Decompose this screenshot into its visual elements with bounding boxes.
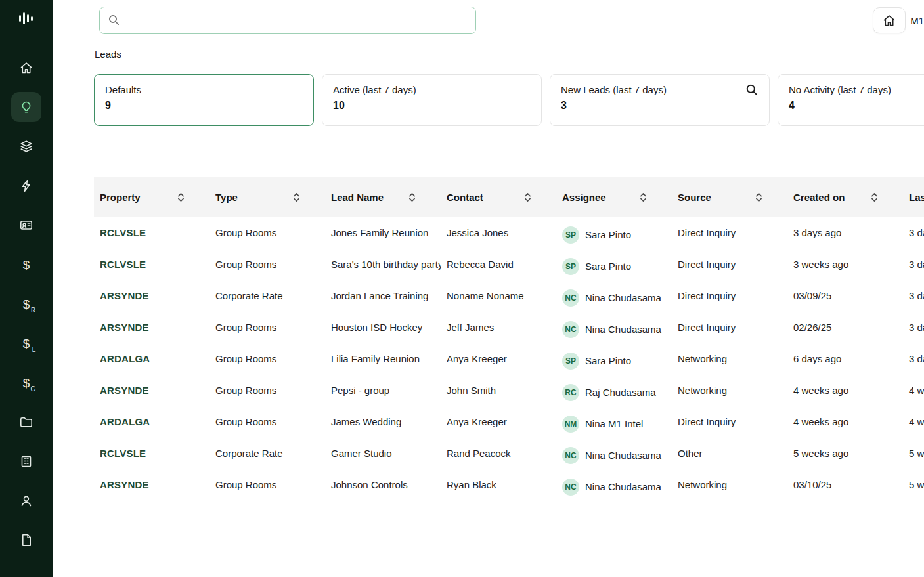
cell-created-on: 6 days ago [787,343,903,374]
sort-icon[interactable] [755,192,762,202]
cell-lead-name: Gamer Studio [325,437,441,469]
table-row[interactable]: ARSYNDEGroup RoomsJohnson ControlsRyan B… [94,469,924,500]
sidebar-nav: $ $R $L $G [11,53,41,565]
cell-type: Group Rooms [209,374,325,406]
cell-assignee: NCNina Chudasama [556,437,672,469]
assignee-name: Nina Chudasama [585,324,661,335]
sidebar-item-lightning[interactable] [11,171,41,201]
column-header-contact[interactable]: Contact [441,177,556,217]
stat-card-defaults[interactable]: Defaults 9 [94,74,314,126]
sidebar-item-layers[interactable] [11,131,41,161]
stat-card-new-leads[interactable]: New Leads (last 7 days) 3 [550,74,770,126]
table-row[interactable]: ARSYNDEGroup RoomsPepsi - groupJohn Smit… [94,374,924,406]
sidebar-item-building[interactable] [11,446,41,477]
cell-created-on: 5 weeks ago [787,437,903,469]
column-header-last-activity[interactable]: Last [903,177,924,217]
leads-table-body: RCLVSLEGroup RoomsJones Family ReunionJe… [94,217,924,500]
cell-type: Group Rooms [209,248,325,280]
cell-property: ARDALGA [94,343,209,374]
cell-source: Direct Inquiry [672,217,787,248]
column-header-type[interactable]: Type [209,177,325,217]
column-label: Contact [447,192,483,203]
assignee-avatar: SP [562,353,579,370]
table-row[interactable]: ARDALGAGroup RoomsJames WeddingAnya Kree… [94,406,924,437]
document-icon [19,533,33,547]
sort-icon[interactable] [524,192,531,202]
dollar-icon: $ [23,259,30,271]
cell-created-on: 4 weeks ago [787,406,903,437]
stat-card-label: No Activity (last 7 days) [789,84,924,95]
table-row[interactable]: ARSYNDECorporate RateJordan Lance Traini… [94,280,924,311]
sort-icon[interactable] [871,192,878,202]
home-icon [882,13,896,28]
workspace-label[interactable]: M1 [910,15,924,26]
home-button[interactable] [873,7,906,33]
card-search-icon[interactable] [745,83,759,99]
dollar-r-icon: $R [23,298,30,310]
cell-source: Direct Inquiry [672,248,787,280]
cell-contact: Rand Peacock [441,437,556,469]
sidebar-item-folder[interactable] [11,407,41,437]
cell-source: Direct Inquiry [672,311,787,343]
cell-assignee: SPSara Pinto [556,217,672,248]
column-header-source[interactable]: Source [672,177,787,217]
column-label: Source [678,192,711,203]
column-header-lead-name[interactable]: Lead Name [325,177,441,217]
assignee-avatar: NC [562,289,579,307]
cell-last-activity: 3 da [903,248,924,280]
table-row[interactable]: RCLVSLEGroup RoomsSara's 10th birthday p… [94,248,924,280]
sidebar-item-contacts[interactable] [11,210,41,240]
cell-contact: Anya Kreeger [441,406,556,437]
sidebar-item-dollar-l[interactable]: $L [11,328,41,358]
table-row[interactable]: RCLVSLECorporate RateGamer StudioRand Pe… [94,437,924,469]
sidebar-item-home[interactable] [11,53,41,83]
column-header-property[interactable]: Property [94,177,209,217]
sort-icon[interactable] [177,192,185,202]
cell-lead-name: Lilia Family Reunion [325,343,441,374]
stat-card-active[interactable]: Active (last 7 days) 10 [322,74,542,126]
column-label: Type [215,192,238,203]
sidebar-item-dollar-r[interactable]: $R [11,289,41,319]
sidebar-item-dollar[interactable]: $ [11,249,41,280]
table-row[interactable]: ARDALGAGroup RoomsLilia Family ReunionAn… [94,343,924,374]
cell-created-on: 03/09/25 [787,280,903,311]
cell-contact: Noname Noname [441,280,556,311]
workspace-switcher: M1 [873,7,924,33]
cell-type: Group Rooms [209,311,325,343]
cell-created-on: 02/26/25 [787,311,903,343]
cell-assignee: NCNina Chudasama [556,469,672,500]
cell-last-activity: 5 we [903,437,924,469]
sort-icon[interactable] [640,192,647,202]
global-search [99,7,476,34]
cell-lead-name: Sara's 10th birthday party [325,248,441,280]
assignee-avatar: SP [562,258,579,275]
cell-type: Group Rooms [209,406,325,437]
cell-contact: Rebecca David [441,248,556,280]
search-icon [108,14,120,29]
sidebar-item-document[interactable] [11,525,41,555]
table-row[interactable]: ARSYNDEGroup RoomsHouston ISD HockeyJeff… [94,311,924,343]
stat-card-value: 4 [789,100,924,112]
sort-icon[interactable] [293,192,300,202]
sidebar-item-leads[interactable] [11,92,41,122]
column-label: Property [100,192,141,203]
column-header-created-on[interactable]: Created on [787,177,903,217]
sort-icon[interactable] [408,192,416,202]
stat-card-no-activity[interactable]: No Activity (last 7 days) 4 [778,74,924,126]
column-label: Created on [793,192,845,203]
sidebar-item-user[interactable] [11,486,41,516]
sidebar-item-dollar-g[interactable]: $G [11,368,41,398]
app-logo[interactable] [13,5,39,32]
table-header-row: PropertyTypeLead NameContactAssigneeSour… [94,177,924,217]
leads-table: PropertyTypeLead NameContactAssigneeSour… [94,177,924,500]
table-row[interactable]: RCLVSLEGroup RoomsJones Family ReunionJe… [94,217,924,248]
cell-assignee: SPSara Pinto [556,248,672,280]
stat-card-value: 9 [105,100,303,112]
cell-source: Networking [672,343,787,374]
column-header-assignee[interactable]: Assignee [556,177,672,217]
folder-icon [19,415,33,429]
assignee-name: Sara Pinto [585,261,631,272]
column-label: Lead Name [331,192,384,203]
search-input[interactable] [99,7,476,34]
cell-lead-name: Johnson Controls [325,469,441,500]
